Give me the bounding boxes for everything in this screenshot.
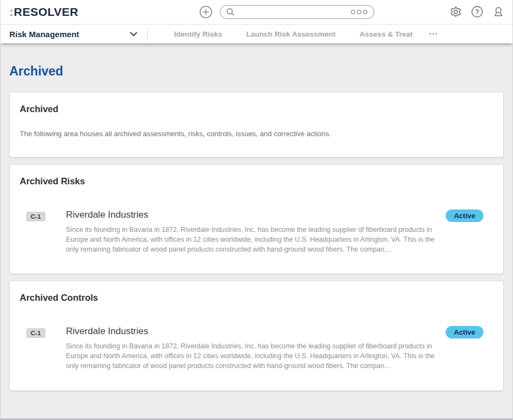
gear-icon (449, 5, 462, 18)
chevron-down-icon (130, 32, 137, 37)
card-archived-controls: Archived Controls C-1 Riverdale Industri… (9, 281, 504, 390)
nav-bar: Risk Management Identify Risks Launch Ri… (1, 24, 512, 43)
card-description: The following area houses all archived a… (20, 130, 493, 138)
svg-text:?: ? (475, 8, 480, 16)
create-button[interactable] (199, 5, 212, 19)
search-input[interactable] (239, 8, 350, 16)
tab-identify-risks[interactable]: Identify Risks (162, 30, 234, 38)
status-badge: Active (446, 326, 483, 339)
settings-button[interactable] (449, 5, 462, 18)
item-main: Riverdale Industries Since its founding … (66, 326, 446, 371)
logo-wordmark: RESOLVER (14, 5, 78, 19)
tab-assess-and-treat[interactable]: Assess & Treat (348, 30, 425, 38)
logo-colon: : (9, 5, 13, 19)
card-archived-risks: Archived Risks C-1 Riverdale Industries … (9, 164, 504, 274)
tab-launch-risk-assessment[interactable]: Launch Risk Assessment (234, 30, 348, 38)
app-header: : RESOLVER (1, 0, 512, 24)
app-selector-dropdown[interactable]: Risk Management (1, 25, 147, 43)
help-icon: ? (471, 5, 483, 18)
help-button[interactable]: ? (471, 5, 483, 18)
item-id-badge: C-1 (26, 328, 45, 338)
item-main: Riverdale Industries Since its founding … (66, 209, 446, 254)
resolver-logo[interactable]: : RESOLVER (9, 5, 78, 19)
item-id-badge: C-1 (26, 212, 45, 221)
item-title[interactable]: Riverdale Industries (66, 326, 446, 337)
user-menu-button[interactable] (492, 5, 505, 18)
more-tabs-icon[interactable]: ... (425, 29, 442, 34)
nav-divider (147, 27, 148, 40)
search-bar[interactable] (220, 5, 374, 19)
item-title[interactable]: Riverdale Industries (66, 209, 446, 220)
plus-circle-icon (199, 5, 212, 19)
app-selector-label: Risk Management (9, 30, 79, 39)
search-icon (226, 8, 235, 16)
status-badge: Active (446, 209, 483, 222)
page-title: Archived (9, 64, 504, 79)
list-item[interactable]: C-1 Riverdale Industries Since its found… (20, 326, 493, 371)
main-content: Archived Archived The following area hou… (1, 64, 512, 391)
card-heading: Archived (20, 104, 493, 114)
item-description: Since its founding in Bavaria in 1872, R… (66, 225, 436, 254)
nav-tabs: Identify Risks Launch Risk Assessment As… (162, 29, 442, 39)
list-item[interactable]: C-1 Riverdale Industries Since its found… (20, 209, 493, 254)
card-heading: Archived Controls (20, 293, 493, 303)
card-heading: Archived Risks (20, 176, 493, 186)
item-description: Since its founding in Bavaria in 1872, R… (66, 342, 436, 371)
card-archived-intro: Archived The following area houses all a… (9, 92, 504, 158)
user-icon (492, 5, 505, 18)
search-options-icon[interactable] (350, 9, 368, 15)
